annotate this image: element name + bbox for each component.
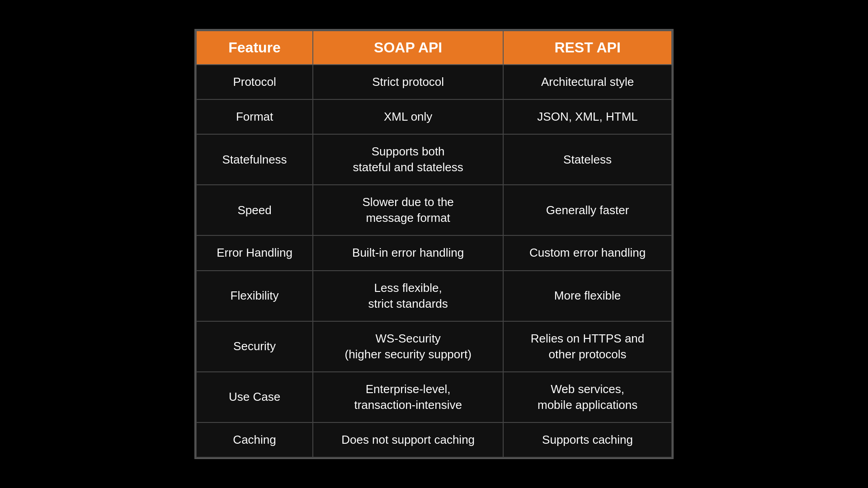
comparison-table: Feature SOAP API REST API ProtocolStrict… xyxy=(196,30,672,458)
cell-rest-3: Generally faster xyxy=(503,185,672,235)
cell-rest-5: More flexible xyxy=(503,271,672,321)
cell-soap-4: Built-in error handling xyxy=(313,235,503,270)
table-row: FlexibilityLess flexible,strict standard… xyxy=(196,271,672,321)
cell-soap-1: XML only xyxy=(313,99,503,134)
comparison-table-container: Feature SOAP API REST API ProtocolStrict… xyxy=(194,29,674,459)
header-feature: Feature xyxy=(196,31,313,65)
cell-feature-1: Format xyxy=(196,99,313,134)
header-rest: REST API xyxy=(503,31,672,65)
cell-rest-4: Custom error handling xyxy=(503,235,672,270)
cell-soap-5: Less flexible,strict standards xyxy=(313,271,503,321)
cell-soap-6: WS-Security(higher security support) xyxy=(313,321,503,372)
cell-soap-0: Strict protocol xyxy=(313,65,503,99)
cell-feature-8: Caching xyxy=(196,422,313,457)
cell-soap-7: Enterprise-level,transaction-intensive xyxy=(313,372,503,422)
cell-feature-0: Protocol xyxy=(196,65,313,99)
cell-soap-2: Supports bothstateful and stateless xyxy=(313,134,503,185)
table-row: Error HandlingBuilt-in error handlingCus… xyxy=(196,235,672,270)
cell-rest-8: Supports caching xyxy=(503,422,672,457)
table-row: SecurityWS-Security(higher security supp… xyxy=(196,321,672,372)
cell-feature-4: Error Handling xyxy=(196,235,313,270)
header-soap: SOAP API xyxy=(313,31,503,65)
cell-soap-8: Does not support caching xyxy=(313,422,503,457)
cell-feature-3: Speed xyxy=(196,185,313,235)
cell-feature-7: Use Case xyxy=(196,372,313,422)
table-row: StatefulnessSupports bothstateful and st… xyxy=(196,134,672,185)
table-row: Use CaseEnterprise-level,transaction-int… xyxy=(196,372,672,422)
table-row: SpeedSlower due to themessage formatGene… xyxy=(196,185,672,235)
cell-feature-2: Statefulness xyxy=(196,134,313,185)
cell-soap-3: Slower due to themessage format xyxy=(313,185,503,235)
table-header-row: Feature SOAP API REST API xyxy=(196,31,672,65)
cell-rest-1: JSON, XML, HTML xyxy=(503,99,672,134)
cell-rest-2: Stateless xyxy=(503,134,672,185)
table-row: CachingDoes not support cachingSupports … xyxy=(196,422,672,457)
cell-feature-5: Flexibility xyxy=(196,271,313,321)
cell-rest-6: Relies on HTTPS andother protocols xyxy=(503,321,672,372)
table-row: ProtocolStrict protocolArchitectural sty… xyxy=(196,65,672,99)
cell-rest-7: Web services,mobile applications xyxy=(503,372,672,422)
cell-feature-6: Security xyxy=(196,321,313,372)
cell-rest-0: Architectural style xyxy=(503,65,672,99)
table-row: FormatXML onlyJSON, XML, HTML xyxy=(196,99,672,134)
